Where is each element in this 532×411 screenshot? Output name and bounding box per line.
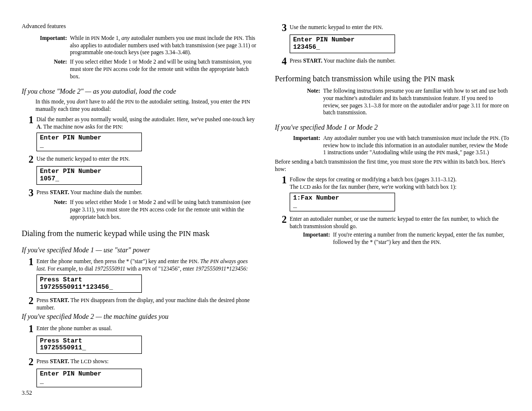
step-num: 3	[22, 188, 36, 198]
lcd-display-7: 1:Fax Number _	[290, 193, 395, 211]
step-text: Press START. Your machine dials the numb…	[290, 56, 510, 66]
subhead-mode1or2: If you've specified Mode 1 or Mode 2	[275, 123, 510, 132]
subhead-mode2-autodial: If you chose "Mode 2" — as you autodial,…	[22, 87, 257, 96]
step-num: 1	[22, 115, 36, 131]
r1: 1 Enter the phone number as usual.	[22, 324, 257, 334]
label-important: Important:	[298, 231, 333, 246]
important-3: Important: If you're entering a number f…	[298, 231, 510, 246]
step-num: 2	[275, 214, 290, 230]
r3: 3 Use the numeric keypad to enter the PI…	[275, 23, 510, 33]
important-text: While in PIN Mode 1, any autodialer numb…	[70, 34, 257, 57]
step-1: 1 Dial the number as you normally would,…	[22, 115, 257, 131]
lcd-display-4: Press Start 19725550911_	[36, 336, 142, 354]
subhead-mode1-star: If you've specified Mode 1 — use "star" …	[22, 246, 257, 255]
step-num: 2	[22, 357, 36, 367]
lcd-display-1: Enter PIN Number _	[36, 133, 142, 151]
r2: 2 Press START. The LCD shows:	[22, 357, 257, 367]
step-text: Use the numeric keypad to enter the PIN.	[36, 154, 257, 164]
lcd-display-6: Enter PIN Number 123456_	[290, 34, 395, 53]
batch-intro: Before sending a batch transmission the …	[275, 158, 510, 173]
section-dialing-keypad: Dialing from the numeric keypad while us…	[22, 229, 257, 239]
label-note: Note:	[34, 58, 70, 80]
step-num: 2	[22, 296, 36, 311]
step-num: 3	[275, 23, 290, 33]
step-text: Enter an autodialer number, or use the n…	[290, 214, 510, 230]
step-text: Use the numeric keypad to enter the PIN.	[290, 23, 510, 33]
note-1: Note: If you select either Mode 1 or Mod…	[34, 58, 257, 80]
note-text: If you select either Mode 1 or Mode 2 an…	[70, 58, 257, 80]
important-note-1: Important: While in PIN Mode 1, any auto…	[34, 34, 257, 57]
running-header: Advanced features	[22, 23, 257, 31]
step-1b: 1 Enter the phone number, then press the…	[22, 257, 257, 273]
lcd-display-2: Enter PIN Number 1057_	[36, 166, 142, 185]
important-text: If you're entering a number from the num…	[333, 231, 510, 246]
lcd-display-5: Enter PIN Number _	[36, 369, 142, 387]
step-text: Dial the number as you normally would, u…	[36, 115, 257, 131]
label-important: Important:	[288, 135, 323, 157]
step-num: 4	[275, 56, 290, 66]
step-text: Enter the phone number as usual.	[36, 324, 257, 334]
step-2b: 2 Press START. The PIN disappears from t…	[22, 296, 257, 311]
lcd-display-3: Press Start 19725550911*123456_	[36, 274, 142, 293]
important-text: Any autodialer number you use with batch…	[323, 135, 510, 157]
intro-para: In this mode, you don't have to add the …	[35, 98, 257, 113]
b2: 2 Enter an autodialer number, or use the…	[275, 214, 510, 230]
note-text: The following instructions presume you a…	[323, 87, 510, 117]
section-batch-transmission: Performing batch transmission while usin…	[275, 74, 510, 84]
note-text: If you select either Mode 1 or Mode 2 an…	[70, 199, 257, 221]
step-num: 1	[22, 324, 36, 334]
page-number: 3.52	[22, 389, 32, 397]
step-num: 1	[22, 257, 36, 273]
step-num: 2	[22, 154, 36, 164]
label-note: Note:	[34, 199, 70, 221]
note-2: Note: If you select either Mode 1 or Mod…	[34, 199, 257, 221]
step-text: Press START. The LCD shows:	[36, 357, 257, 367]
label-important: Important:	[34, 34, 70, 57]
step-text: Press START. The PIN disappears from the…	[36, 296, 257, 311]
step-num: 1	[275, 175, 290, 191]
step-text: Enter the phone number, then press the *…	[36, 257, 257, 273]
step-3: 3 Press START. Your machine dials the nu…	[22, 188, 257, 198]
r4: 4 Press START. Your machine dials the nu…	[275, 56, 510, 66]
step-text: Follow the steps for creating or modifyi…	[290, 175, 510, 191]
step-2: 2 Use the numeric keypad to enter the PI…	[22, 154, 257, 164]
b1: 1 Follow the steps for creating or modif…	[275, 175, 510, 191]
important-2: Important: Any autodialer number you use…	[288, 135, 510, 157]
label-note: Note:	[288, 87, 323, 117]
step-text: Press START. Your machine dials the numb…	[36, 188, 257, 198]
note-3: Note: The following instructions presume…	[288, 87, 510, 117]
subhead-mode2-guides: If you've specified Mode 2 — the machine…	[22, 312, 257, 321]
page-content: Advanced features Important: While in PI…	[0, 0, 532, 399]
